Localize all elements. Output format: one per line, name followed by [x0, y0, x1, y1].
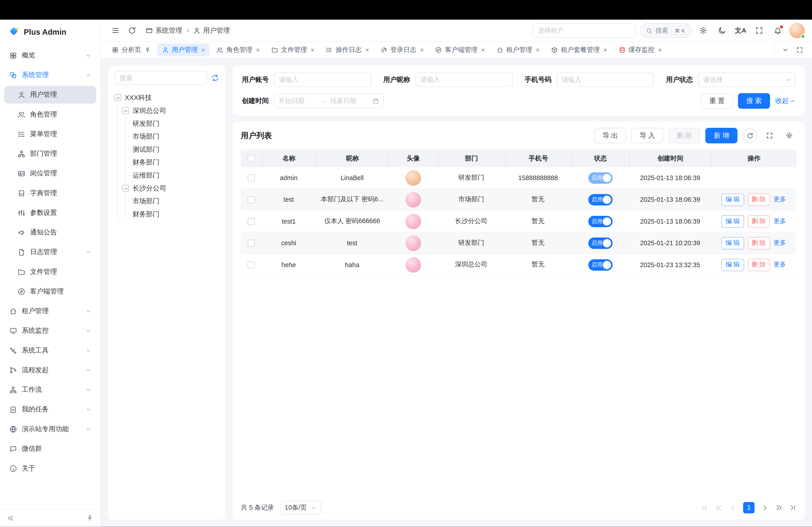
settings-gear-icon[interactable]: [696, 23, 710, 37]
more-button[interactable]: 更多: [774, 217, 786, 226]
delete-row-button[interactable]: 删 除: [748, 215, 770, 227]
close-icon[interactable]: ×: [420, 47, 424, 54]
hamburger-menu-icon[interactable]: [108, 23, 123, 37]
tree-expand-toggle[interactable]: [114, 94, 121, 101]
collapse-filters-link[interactable]: 收起: [775, 96, 796, 105]
tree-node-branch[interactable]: 深圳总公司: [122, 104, 219, 117]
delete-row-button[interactable]: 删 除: [748, 193, 770, 206]
status-toggle[interactable]: 启用: [588, 259, 612, 270]
sidebar-item-process-start[interactable]: 流程发起: [4, 361, 96, 379]
tab-cache-monitor[interactable]: 缓存监控 ×: [614, 44, 667, 56]
last-page-icon[interactable]: [789, 504, 796, 511]
row-checkbox[interactable]: [247, 174, 255, 181]
edit-button[interactable]: 编 辑: [722, 215, 744, 227]
sidebar-item-wechat-group[interactable]: 微信群: [4, 440, 96, 457]
user-status-select[interactable]: [698, 72, 796, 87]
sidebar-item-role-mgmt[interactable]: 角色管理: [4, 105, 96, 123]
tree-node-dept[interactable]: 市场部门: [130, 195, 219, 207]
more-button[interactable]: 更多: [774, 239, 786, 247]
tree-expand-toggle[interactable]: [122, 185, 129, 192]
tree-expand-toggle[interactable]: [122, 107, 129, 114]
page-size-select[interactable]: 10条/页: [280, 501, 321, 515]
tree-node-dept[interactable]: 财务部门: [130, 208, 219, 221]
add-button[interactable]: 新 增: [706, 128, 737, 144]
breadcrumb-item-system-mgmt[interactable]: 系统管理: [145, 26, 182, 35]
sidebar-item-notice[interactable]: 通知公告: [4, 224, 96, 241]
sidebar-item-log-mgmt[interactable]: 日志管理: [4, 243, 96, 261]
delete-row-button[interactable]: 删 除: [748, 258, 770, 271]
delete-row-button[interactable]: 删 除: [748, 237, 770, 249]
sidebar-item-overview[interactable]: 概览: [4, 47, 96, 64]
sidebar-item-system-monitor[interactable]: 系统监控: [4, 322, 96, 340]
user-avatar[interactable]: [789, 23, 805, 38]
prev-page-icon[interactable]: [729, 504, 737, 511]
dark-mode-moon-icon[interactable]: [714, 23, 729, 37]
pin-layout-icon[interactable]: [86, 515, 93, 522]
row-checkbox[interactable]: [247, 261, 255, 268]
edit-button[interactable]: 编 辑: [722, 237, 744, 249]
table-settings-icon[interactable]: [782, 128, 796, 143]
table-fullscreen-icon[interactable]: [763, 128, 777, 143]
jump-back-icon[interactable]: [715, 504, 723, 511]
jump-forward-icon[interactable]: [775, 504, 782, 511]
import-button[interactable]: 导 入: [631, 128, 663, 144]
sidebar-item-demo-features[interactable]: 演示站专用功能: [4, 420, 96, 438]
tab-tenant-package-mgmt[interactable]: 租户套餐管理 ×: [547, 44, 612, 56]
close-icon[interactable]: ×: [481, 47, 485, 54]
phone-number-input[interactable]: [557, 72, 654, 87]
content-fullscreen-icon[interactable]: [793, 44, 806, 56]
sidebar-item-dept-mgmt[interactable]: 部门管理: [4, 145, 96, 163]
edit-button[interactable]: 编 辑: [722, 193, 744, 206]
tenant-select-input[interactable]: [532, 23, 636, 37]
delete-button[interactable]: 删 除: [668, 128, 700, 144]
tree-node-branch[interactable]: 长沙分公司: [122, 182, 219, 195]
tab-role-mgmt[interactable]: 角色管理 ×: [212, 44, 264, 56]
table-refresh-icon[interactable]: [742, 128, 757, 143]
sidebar-item-file-mgmt[interactable]: 文件管理: [4, 263, 96, 281]
row-checkbox[interactable]: [247, 196, 255, 203]
collapse-sidebar-icon[interactable]: [7, 515, 14, 522]
tree-node-dept[interactable]: 市场部门: [130, 130, 219, 143]
user-nickname-input[interactable]: [415, 72, 513, 87]
sidebar-item-dict-mgmt[interactable]: 字典管理: [4, 184, 96, 202]
close-icon[interactable]: ×: [201, 47, 205, 54]
sidebar-item-tenant-mgmt[interactable]: 租户管理: [4, 302, 96, 320]
sidebar-item-menu-mgmt[interactable]: 菜单管理: [4, 125, 96, 143]
close-icon[interactable]: ×: [603, 47, 607, 54]
tab-client-mgmt[interactable]: 客户端管理 ×: [431, 44, 490, 56]
current-page-button[interactable]: 1: [743, 502, 755, 514]
sidebar-item-workflow[interactable]: 工作流: [4, 381, 96, 398]
next-page-icon[interactable]: [761, 504, 768, 511]
edit-button[interactable]: 编 辑: [722, 258, 744, 271]
row-checkbox[interactable]: [247, 217, 255, 225]
fullscreen-icon[interactable]: [752, 23, 766, 37]
status-toggle[interactable]: 启用: [588, 194, 612, 205]
notification-bell-icon[interactable]: [770, 23, 785, 37]
tab-tenant-mgmt[interactable]: 租户管理 ×: [492, 44, 544, 56]
tabs-dropdown-icon[interactable]: [779, 44, 791, 56]
tab-operation-log[interactable]: 操作日志 ×: [321, 44, 374, 56]
refresh-page-icon[interactable]: [125, 23, 139, 37]
tree-node-dept[interactable]: 测试部门: [130, 143, 219, 156]
tree-node-dept[interactable]: 研发部门: [130, 117, 219, 130]
tab-user-mgmt[interactable]: 用户管理 ×: [157, 44, 210, 56]
language-switch-icon[interactable]: 文A: [733, 23, 748, 37]
sidebar-item-param-settings[interactable]: 参数设置: [4, 204, 96, 222]
tab-login-log[interactable]: 登录日志 ×: [376, 44, 429, 56]
close-icon[interactable]: ×: [310, 47, 315, 54]
breadcrumb-item-user-mgmt[interactable]: 用户管理: [193, 26, 230, 35]
select-all-checkbox[interactable]: [247, 155, 255, 162]
close-icon[interactable]: ×: [536, 47, 539, 54]
status-toggle[interactable]: 启用: [588, 237, 612, 249]
close-icon[interactable]: ×: [365, 47, 369, 54]
reset-button[interactable]: 重 置: [701, 93, 733, 109]
tree-node-dept[interactable]: 财务部门: [130, 156, 219, 169]
tree-node-dept[interactable]: 运维部门: [130, 169, 219, 181]
status-toggle[interactable]: 启用: [588, 215, 612, 227]
tab-file-mgmt[interactable]: 文件管理 ×: [266, 44, 319, 56]
more-button[interactable]: 更多: [774, 195, 786, 204]
status-toggle[interactable]: 启用: [588, 172, 612, 183]
sidebar-item-user-mgmt[interactable]: 用户管理: [4, 86, 96, 104]
sidebar-item-system-tools[interactable]: 系统工具: [4, 342, 96, 359]
more-button[interactable]: 更多: [774, 260, 786, 269]
